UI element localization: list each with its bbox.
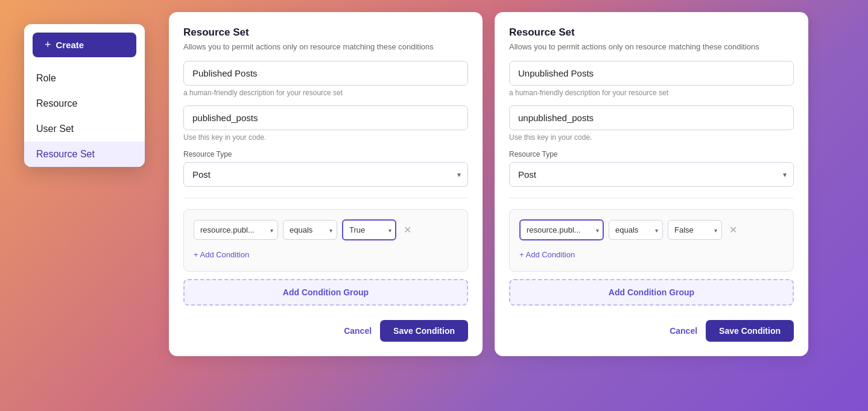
- key-input-right[interactable]: [509, 105, 794, 130]
- operator-wrapper-left: equals ▾: [283, 220, 337, 240]
- name-hint-right: a human-friendly description for your re…: [509, 89, 794, 97]
- resource-type-wrapper-right: Post ▾: [509, 162, 794, 187]
- menu-item-resource-set[interactable]: Resource Set: [24, 142, 145, 167]
- value-wrapper-left: True ▾: [342, 219, 396, 240]
- value-select-left[interactable]: True: [342, 219, 396, 240]
- resource-type-wrapper-left: Post ▾: [183, 162, 468, 187]
- close-icon-left: ✕: [404, 224, 411, 236]
- cancel-button-left[interactable]: Cancel: [344, 326, 372, 336]
- menu-item-user-set[interactable]: User Set: [24, 116, 145, 142]
- menu-item-role[interactable]: Role: [24, 66, 145, 91]
- card-title-left: Resource Set: [183, 27, 468, 39]
- value-select-right[interactable]: False: [668, 220, 722, 240]
- resource-type-select-left[interactable]: Post: [183, 162, 468, 187]
- name-input-left[interactable]: [183, 61, 468, 86]
- condition-group-right: resource.publ... ▾ equals ▾ False: [509, 209, 794, 272]
- operator-wrapper-right: equals ▾: [609, 220, 663, 240]
- cancel-button-right[interactable]: Cancel: [670, 326, 697, 336]
- value-wrapper-right: False ▾: [668, 220, 722, 240]
- close-icon-right: ✕: [729, 224, 737, 236]
- card-subtitle-left: Allows you to permit actions only on res…: [183, 42, 468, 51]
- add-condition-group-button-right[interactable]: Add Condition Group: [509, 279, 794, 306]
- add-condition-group-button-left[interactable]: Add Condition Group: [183, 279, 468, 306]
- add-condition-button-left[interactable]: + Add Condition: [194, 248, 249, 262]
- condition-row-left: resource.publ... ▾ equals ▾ True: [194, 219, 458, 240]
- card-title-right: Resource Set: [509, 27, 794, 39]
- create-label: Create: [56, 40, 84, 50]
- plus-icon: +: [45, 39, 51, 51]
- dropdown-menu: + Create Role Resource User Set Resource…: [24, 24, 145, 167]
- resource-field-select-left[interactable]: resource.publ...: [194, 220, 278, 240]
- save-button-left[interactable]: Save Condition: [380, 320, 468, 342]
- add-condition-button-right[interactable]: + Add Condition: [519, 248, 575, 262]
- create-button[interactable]: + Create: [33, 33, 136, 57]
- card-footer-right: Cancel Save Condition: [509, 315, 794, 342]
- card-footer-left: Cancel Save Condition: [183, 315, 468, 342]
- operator-select-left[interactable]: equals: [283, 220, 337, 240]
- resource-type-label-right: Resource Type: [509, 150, 794, 158]
- menu-item-resource[interactable]: Resource: [24, 91, 145, 116]
- resource-field-wrapper-left: resource.publ... ▾: [194, 220, 278, 240]
- operator-select-right[interactable]: equals: [609, 220, 663, 240]
- resource-type-select-right[interactable]: Post: [509, 162, 794, 187]
- name-input-right[interactable]: [509, 61, 794, 86]
- name-hint-left: a human-friendly description for your re…: [183, 89, 468, 97]
- remove-condition-left[interactable]: ✕: [401, 222, 414, 238]
- resource-card-published: Resource Set Allows you to permit action…: [169, 12, 483, 356]
- resource-field-select-right[interactable]: resource.publ...: [519, 219, 604, 240]
- save-button-right[interactable]: Save Condition: [706, 320, 794, 342]
- key-hint-left: Use this key in your code.: [183, 133, 468, 142]
- resource-field-wrapper-right: resource.publ... ▾: [519, 219, 604, 240]
- key-hint-right: Use this key in your code.: [509, 133, 794, 142]
- condition-group-left: resource.publ... ▾ equals ▾ True: [183, 209, 468, 272]
- key-input-left[interactable]: [183, 105, 468, 130]
- resource-cards: Resource Set Allows you to permit action…: [169, 12, 856, 356]
- main-container: + Create Role Resource User Set Resource…: [0, 0, 868, 411]
- card-subtitle-right: Allows you to permit actions only on res…: [509, 42, 794, 51]
- remove-condition-right[interactable]: ✕: [727, 222, 740, 238]
- condition-row-right: resource.publ... ▾ equals ▾ False: [519, 219, 784, 240]
- divider-left: [183, 198, 468, 198]
- resource-card-unpublished: Resource Set Allows you to permit action…: [495, 12, 808, 356]
- resource-type-label-left: Resource Type: [183, 150, 468, 158]
- divider-right: [509, 198, 794, 198]
